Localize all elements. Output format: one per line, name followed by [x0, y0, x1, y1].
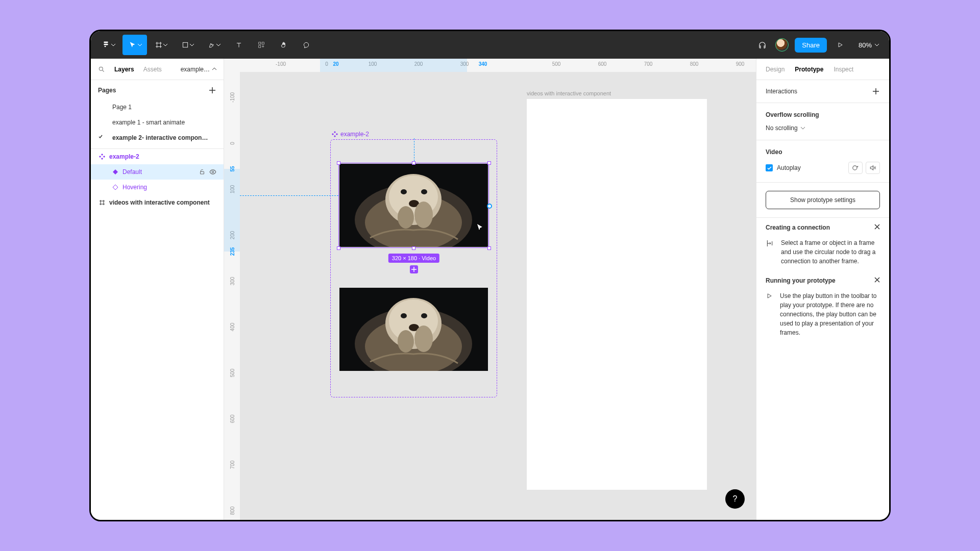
chevron-down-icon [190, 44, 194, 46]
page-item[interactable]: Page 1 [91, 99, 224, 115]
component-icon [332, 131, 338, 137]
tab-inspect[interactable]: Inspect [834, 66, 853, 73]
overflow-scrolling-dropdown[interactable]: No scrolling [766, 124, 880, 132]
help-fab[interactable]: ? [725, 489, 745, 509]
add-interaction-button[interactable] [872, 87, 880, 95]
page-selector[interactable]: example… [181, 66, 216, 73]
page-item-current[interactable]: example 2- interactive compon… [91, 130, 224, 145]
interactions-title: Interactions [766, 88, 797, 95]
loop-toggle[interactable] [848, 162, 863, 174]
left-panel: Layers Assets example… Pages Page 1 exam… [91, 59, 224, 520]
video-title: Video [766, 148, 782, 156]
resources-tool-button[interactable] [251, 35, 272, 55]
selection-outline [338, 163, 489, 248]
canvas[interactable]: videos with interactive component exampl… [240, 72, 756, 520]
unlock-icon[interactable] [199, 169, 205, 175]
left-tabs: Layers Assets example… [91, 59, 224, 80]
layer-variant-default[interactable]: Default [91, 164, 224, 180]
ruler-horizontal[interactable]: -100020100200300340500600700800900 [240, 59, 756, 72]
alignment-guide [240, 195, 338, 196]
show-prototype-settings-button[interactable]: Show prototype settings [766, 191, 880, 209]
cursor-icon [128, 41, 137, 49]
autoplay-checkbox[interactable] [766, 164, 773, 171]
autoplay-label: Autoplay [777, 164, 801, 171]
frame-tool-button[interactable] [149, 35, 174, 55]
user-avatar[interactable] [775, 38, 789, 52]
right-panel: Design Prototype Inspect Interactions Ov… [756, 59, 889, 520]
zoom-dropdown[interactable]: 80% [853, 41, 884, 49]
eye-icon[interactable] [209, 168, 216, 176]
present-button[interactable] [833, 35, 847, 55]
text-tool-button[interactable] [229, 35, 249, 55]
share-button[interactable]: Share [795, 38, 827, 53]
search-icon[interactable] [98, 66, 105, 73]
plus-icon [411, 267, 416, 272]
plus-icon [873, 88, 879, 94]
hand-tool-button[interactable] [274, 35, 294, 55]
chevron-up-icon [212, 68, 216, 70]
svg-point-5 [212, 171, 214, 173]
help-connection-title: Creating a connection [766, 224, 830, 231]
ruler-vertical[interactable]: -100055100200235300400500600700800 [224, 72, 240, 520]
tab-assets[interactable]: Assets [143, 66, 162, 73]
layer-component[interactable]: example-2 [91, 149, 224, 164]
audio-button[interactable] [755, 35, 769, 55]
app-window: Share 80% Layers Assets example… [89, 30, 891, 521]
check-icon [767, 166, 772, 170]
zoom-value: 80% [859, 41, 872, 49]
frame-label[interactable]: videos with interactive component [527, 90, 611, 96]
pen-tool-button[interactable] [202, 35, 227, 55]
play-icon [766, 292, 773, 299]
dimensions-badge: 320 × 180 · Video [388, 254, 439, 263]
svg-rect-2 [262, 42, 264, 44]
main-menu-button[interactable] [96, 35, 120, 55]
svg-rect-0 [183, 42, 187, 47]
svg-point-4 [99, 67, 103, 70]
tab-prototype[interactable]: Prototype [795, 66, 823, 73]
frame-icon [99, 199, 105, 206]
connection-icon [766, 239, 774, 247]
svg-point-22 [421, 313, 427, 318]
chevron-down-icon [163, 44, 167, 46]
right-tabs: Design Prototype Inspect [756, 59, 889, 80]
help-running-title: Running your prototype [766, 277, 836, 284]
variant-icon [112, 169, 118, 175]
headphones-icon [758, 41, 767, 49]
component-label[interactable]: example-2 [332, 131, 369, 138]
svg-rect-1 [259, 42, 261, 44]
comment-icon [303, 41, 310, 48]
page-item[interactable]: example 1 - smart animate [91, 115, 224, 130]
move-tool-button[interactable] [122, 35, 147, 55]
svg-point-25 [398, 330, 414, 353]
chevron-down-icon [216, 44, 220, 46]
check-icon [99, 135, 103, 139]
frame-artboard[interactable] [527, 99, 707, 490]
canvas-area[interactable]: -100020100200300340500600700800900 -1000… [224, 59, 756, 520]
close-icon [874, 277, 880, 283]
svg-rect-3 [259, 45, 261, 47]
dismiss-help-connection[interactable] [874, 224, 880, 231]
dismiss-help-running[interactable] [874, 277, 880, 284]
pen-icon [208, 41, 215, 48]
resources-icon [258, 41, 265, 48]
mute-toggle[interactable] [866, 162, 880, 174]
rectangle-icon [182, 41, 189, 48]
prototype-connection-node[interactable] [487, 204, 492, 209]
comment-tool-button[interactable] [296, 35, 316, 55]
tab-design[interactable]: Design [766, 66, 785, 73]
layer-variant-hovering[interactable]: Hovering [91, 180, 224, 195]
plus-icon [209, 87, 215, 93]
help-running-body: Use the play button in the toolbar to pl… [780, 291, 880, 337]
chevron-down-icon [138, 44, 142, 46]
tab-layers[interactable]: Layers [114, 66, 134, 73]
video-thumbnail-hovering[interactable] [339, 288, 488, 371]
add-interaction-button[interactable] [410, 265, 418, 273]
pages-title: Pages [98, 87, 116, 94]
loop-icon [852, 165, 859, 171]
cursor-icon [476, 223, 484, 234]
chevron-down-icon [875, 44, 879, 46]
layer-frame[interactable]: videos with interactive component [91, 195, 224, 210]
chevron-down-icon [111, 44, 115, 46]
shape-tool-button[interactable] [176, 35, 200, 55]
add-page-button[interactable] [208, 86, 216, 94]
